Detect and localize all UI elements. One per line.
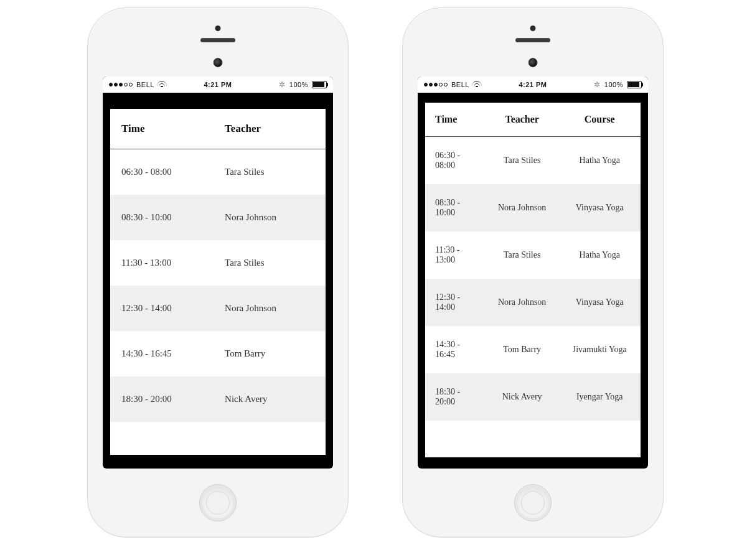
col-header-teacher: Teacher <box>486 103 559 137</box>
screen-bezel: BELL 4:21 PM ✲ 100% Time Teacher <box>418 77 648 469</box>
table-row[interactable]: 06:30 - 08:00Tara StilesHatha Yoga <box>425 137 641 185</box>
table-row[interactable]: 12:30 - 14:00Nora JohnsonVinyasa Yoga <box>425 279 641 326</box>
cell-time: 06:30 - 08:00 <box>425 137 486 185</box>
cell-time: 18:30 - 20:00 <box>110 376 214 422</box>
battery-icon <box>627 81 642 88</box>
status-time: 4:21 PM <box>418 81 648 88</box>
cell-time: 18:30 - 20:00 <box>425 373 486 421</box>
cell-teacher: Tara Stiles <box>214 240 326 286</box>
proximity-sensor <box>215 26 221 31</box>
screen-bezel: BELL 4:21 PM ✲ 100% Time Teacher <box>103 77 333 469</box>
cell-course: Jivamukti Yoga <box>559 326 641 373</box>
table-row[interactable]: 08:30 - 10:00Nora Johnson <box>110 195 326 240</box>
table-row[interactable]: 11:30 - 13:00Tara StilesHatha Yoga <box>425 231 641 279</box>
home-button[interactable] <box>199 484 237 521</box>
col-header-time: Time <box>425 103 486 137</box>
front-camera <box>214 58 223 67</box>
cell-teacher: Tara Stiles <box>486 137 559 185</box>
table-row[interactable]: 18:30 - 20:00Nick AveryIyengar Yoga <box>425 373 641 421</box>
cell-time: 12:30 - 14:00 <box>425 279 486 326</box>
app-viewport: Time Teacher Course 06:30 - 08:00Tara St… <box>425 103 641 457</box>
cell-course: Vinyasa Yoga <box>559 279 641 326</box>
table-row[interactable]: 12:30 - 14:00Nora Johnson <box>110 286 326 331</box>
table-row[interactable]: 06:30 - 08:00Tara Stiles <box>110 149 326 195</box>
cell-time: 12:30 - 14:00 <box>110 286 214 331</box>
battery-icon <box>312 81 327 88</box>
table-row[interactable]: 11:30 - 13:00Tara Stiles <box>110 240 326 286</box>
cell-course: Hatha Yoga <box>559 137 641 185</box>
cell-course: Vinyasa Yoga <box>559 184 641 231</box>
status-bar: BELL 4:21 PM ✲ 100% <box>418 77 648 93</box>
table-body-right: 06:30 - 08:00Tara StilesHatha Yoga08:30 … <box>425 137 641 421</box>
cell-time: 08:30 - 10:00 <box>425 184 486 231</box>
cell-teacher: Tara Stiles <box>486 231 559 279</box>
stage: BELL 4:21 PM ✲ 100% Time Teacher <box>0 0 747 560</box>
table-header-row: Time Teacher Course <box>425 103 641 137</box>
cell-time: 14:30 - 16:45 <box>110 331 214 376</box>
cell-teacher: Tom Barry <box>214 331 326 376</box>
cell-teacher: Nora Johnson <box>486 279 559 326</box>
status-time: 4:21 PM <box>103 81 333 88</box>
earpiece-speaker <box>515 38 550 42</box>
cell-time: 06:30 - 08:00 <box>110 149 214 195</box>
cell-time: 11:30 - 13:00 <box>425 231 486 279</box>
cell-course: Iyengar Yoga <box>559 373 641 421</box>
table-row[interactable]: 18:30 - 20:00Nick Avery <box>110 376 326 422</box>
earpiece-speaker <box>200 38 235 42</box>
cell-teacher: Nick Avery <box>486 373 559 421</box>
schedule-table: Time Teacher Course 06:30 - 08:00Tara St… <box>425 103 641 421</box>
col-header-time: Time <box>110 109 214 149</box>
phone-mockup-right: BELL 4:21 PM ✲ 100% Time Teacher <box>402 7 664 538</box>
schedule-table: Time Teacher 06:30 - 08:00Tara Stiles08:… <box>110 109 326 422</box>
cell-time: 08:30 - 10:00 <box>110 195 214 240</box>
cell-teacher: Tara Stiles <box>214 149 326 195</box>
table-row[interactable]: 14:30 - 16:45Tom BarryJivamukti Yoga <box>425 326 641 373</box>
table-body-left: 06:30 - 08:00Tara Stiles08:30 - 10:00Nor… <box>110 149 326 422</box>
phone-mockup-left: BELL 4:21 PM ✲ 100% Time Teacher <box>87 7 349 538</box>
table-row[interactable]: 14:30 - 16:45Tom Barry <box>110 331 326 376</box>
cell-course: Hatha Yoga <box>559 231 641 279</box>
col-header-course: Course <box>559 103 641 137</box>
cell-teacher: Nora Johnson <box>486 184 559 231</box>
cell-time: 14:30 - 16:45 <box>425 326 486 373</box>
app-viewport: Time Teacher 06:30 - 08:00Tara Stiles08:… <box>110 109 326 455</box>
table-header-row: Time Teacher <box>110 109 326 149</box>
proximity-sensor <box>530 26 536 31</box>
cell-time: 11:30 - 13:00 <box>110 240 214 286</box>
cell-teacher: Nora Johnson <box>214 195 326 240</box>
status-bar: BELL 4:21 PM ✲ 100% <box>103 77 333 93</box>
front-camera <box>529 58 538 67</box>
home-button[interactable] <box>514 484 552 521</box>
cell-teacher: Nick Avery <box>214 376 326 422</box>
cell-teacher: Tom Barry <box>486 326 559 373</box>
cell-teacher: Nora Johnson <box>214 286 326 331</box>
col-header-teacher: Teacher <box>214 109 326 149</box>
table-row[interactable]: 08:30 - 10:00Nora JohnsonVinyasa Yoga <box>425 184 641 231</box>
